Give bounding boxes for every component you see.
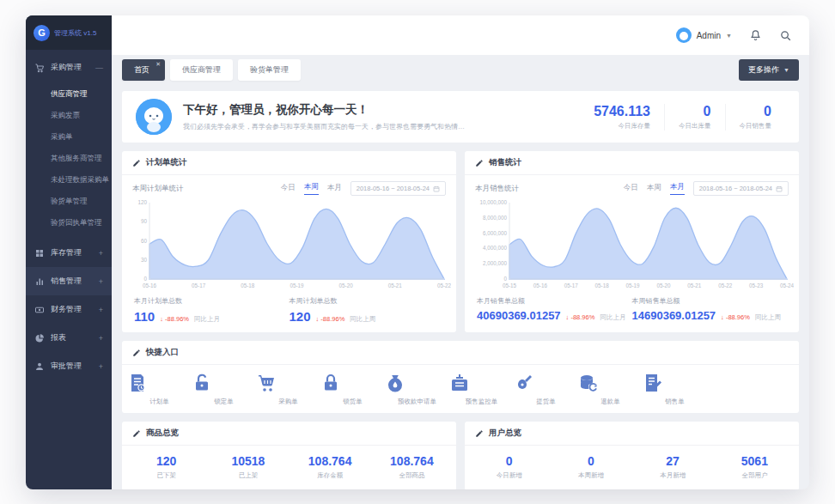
svg-text:05-18: 05-18 [241,282,255,288]
svg-text:05-15: 05-15 [503,282,517,288]
sidebar-subitem-purchase-invoice[interactable]: 采购发票 [26,105,112,126]
quick-pickup-order[interactable]: 提货单 [514,373,578,406]
sales-area-chart: 10,000,0008,000,0006,000,0004,000,0002,0… [470,197,794,290]
quick-label: 销售单 [643,398,707,406]
svg-text:05-19: 05-19 [626,282,641,288]
stat-all-products: 108.764全部商品 [371,454,453,480]
search-icon[interactable] [779,29,792,42]
expand-icon[interactable]: + [99,306,103,314]
sidebar-subitem-purchase-order[interactable]: 采购单 [26,126,112,148]
sidebar-item-sales[interactable]: 销售管理 + [26,267,112,295]
ink-pen-icon [514,373,578,393]
product-stats: 120已下架 10518已上架 108.764库存金额 108.764全部商品 [122,446,456,489]
welcome-title: 下午好，管理员，祝你开心每一天！ [183,102,466,118]
svg-text:05-17: 05-17 [564,282,579,288]
svg-text:05-16: 05-16 [533,282,548,288]
chart-subtitle: 本月销售统计 [475,184,615,194]
tab-actions-button[interactable]: 更多操作 ▼ [739,59,799,81]
panel-header: 商品总览 [122,422,456,446]
chart-controls: 本月销售统计 今日 本周 本月 2018-05-16 ~ 2018-05-24 [465,175,799,196]
welcome-subtitle: 我们必须先学会承受，再学会参与和享受美丽而充实的每一天，参与世界也需要勇气和热情… [183,122,466,131]
panel-header: 用户总览 [465,422,799,446]
collapse-icon[interactable]: — [95,64,103,72]
bell-icon[interactable] [749,29,762,42]
quick-lock-order[interactable]: 锁定单 [192,373,256,406]
stat-value: 120 [290,309,311,324]
tab-supplier[interactable]: 供应商管理 [170,59,233,81]
report-icon [34,333,45,343]
user-icon [34,361,45,372]
svg-text:05-22: 05-22 [718,282,733,288]
svg-text:60: 60 [141,238,148,244]
tab-label: 供应商管理 [182,65,221,74]
tab-bar: 首页 ✕ 供应商管理 验货单管理 更多操作 ▼ [112,55,809,84]
quick-lock-goods-order[interactable]: 锁货单 [320,373,385,406]
chart-controls: 本周计划单统计 今日 本周 本月 2018-05-16 ~ 2018-05-24 [122,175,456,196]
quick-sales-order[interactable]: 销售单 [643,373,707,406]
quick-label: 预售监控单 [449,398,514,406]
quick-purchase-order[interactable]: 采购单 [256,373,320,406]
stat-value: 0 [740,104,772,119]
stat-compare: 同比上月 [600,313,625,322]
sidebar-nav: 采购管理 — 供应商管理 采购发票 采购单 其他服务商管理 未处理数据采购单 验… [26,50,112,489]
pen-icon [132,429,141,438]
product-overview-panel: 商品总览 120已下架 10518已上架 108.764库存金额 108.764… [122,422,456,489]
filter-today[interactable]: 今日 [624,183,638,195]
sidebar-subitem-inspection[interactable]: 验货单管理 [26,191,112,212]
quick-label: 提货单 [514,398,578,406]
overview-row: 商品总览 120已下架 10518已上架 108.764库存金额 108.764… [122,422,799,489]
tab-home[interactable]: 首页 ✕ [122,59,165,81]
expand-icon[interactable]: + [99,362,103,371]
sidebar-item-purchase[interactable]: 采购管理 — [26,53,112,82]
pen-icon [132,349,141,357]
filter-today[interactable]: 今日 [281,183,296,195]
user-overview-panel: 用户总览 0今日新增 0本周新增 27本月新增 5061全部用户 [465,422,799,489]
sidebar-item-finance[interactable]: 财务管理 + [26,295,112,324]
stat-off-shelf: 120已下架 [125,454,207,480]
expand-icon[interactable]: + [99,334,103,343]
svg-text:30: 30 [141,257,148,263]
stat-value: 14690369.01257 [632,309,716,322]
chevron-down-icon: ▼ [726,33,732,39]
stat-label: 本月销售单总额 [477,296,632,306]
quick-refund-order[interactable]: 退款单 [578,373,643,406]
sidebar-subitem-pending-purchase[interactable]: 未处理数据采购单 [26,169,112,191]
lock-icon [320,373,385,393]
tab-inspection[interactable]: 验货单管理 [238,59,301,81]
date-range-value: 2018-05-16 ~ 2018-05-24 [357,185,430,192]
expand-icon[interactable]: + [99,277,103,286]
stat-value: 0 [679,104,711,119]
filter-month[interactable]: 本月 [327,183,342,195]
pen-icon [132,159,141,167]
sidebar-subitem-supplier[interactable]: 供应商管理 [26,83,112,105]
stat-month-sales: 本月销售单总额 40690369.01257↓ -88.96%同比上月 [477,296,632,322]
sidebar-item-audit[interactable]: 审批管理 + [26,352,112,380]
sidebar-item-reports[interactable]: 报表 + [26,324,112,352]
user-menu[interactable]: Admin ▼ [676,27,732,43]
filter-month[interactable]: 本月 [670,182,685,195]
filter-week[interactable]: 本周 [647,183,661,195]
header-stats: 5746.113 今日库存量 0 今日出库量 0 今日销售量 [580,104,785,131]
sidebar-subitem-inspection-receipt[interactable]: 验货回执单管理 [26,212,112,234]
close-icon[interactable]: ✕ [155,61,161,68]
svg-text:05-18: 05-18 [595,282,610,288]
grid-icon [34,248,45,258]
filter-week[interactable]: 本周 [304,182,319,195]
quick-prepayment-request[interactable]: 预收款申请单 [385,373,449,406]
quick-plan-order[interactable]: 计划单 [127,373,192,406]
svg-text:05-20: 05-20 [339,282,354,288]
quick-presale-monitor[interactable]: 预售监控单 [449,373,514,406]
expand-icon[interactable]: + [99,249,103,258]
sidebar-item-label: 采购管理 [51,62,89,73]
svg-text:120: 120 [137,199,147,205]
stat-on-shelf: 10518已上架 [207,454,289,480]
date-range-picker[interactable]: 2018-05-16 ~ 2018-05-24 [693,181,789,196]
date-range-picker[interactable]: 2018-05-16 ~ 2018-05-24 [350,181,446,196]
sidebar-subitem-other-service[interactable]: 其他服务商管理 [26,148,112,169]
plan-stats-panel: 计划单统计 本周计划单统计 今日 本周 本月 2018-05-16 ~ 2018… [122,151,456,332]
svg-text:05-21: 05-21 [388,282,403,288]
sidebar-item-inventory[interactable]: 库存管理 + [26,239,112,267]
quick-entry-list: 计划单 锁定单 采购单 锁货单 [122,365,799,413]
date-range-value: 2018-05-16 ~ 2018-05-24 [699,185,772,192]
app-window: G 管理系统 v1.5 采购管理 — 供应商管理 采购发票 采购单 其他服务商管… [26,15,809,489]
